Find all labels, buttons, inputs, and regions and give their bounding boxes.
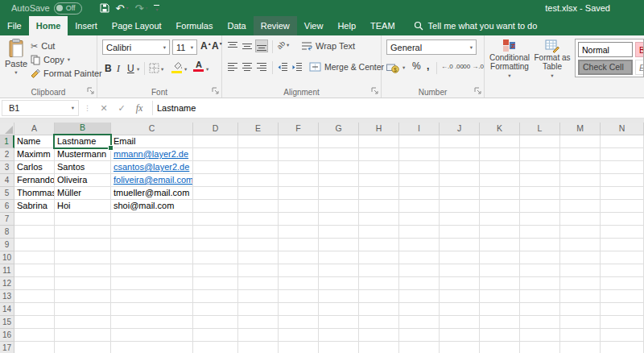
cell-N7[interactable] <box>601 213 644 226</box>
cancel-button[interactable]: ✕ <box>95 103 113 114</box>
cell-M9[interactable] <box>560 239 601 251</box>
cell-L17[interactable] <box>520 342 560 353</box>
cell-G16[interactable] <box>319 329 359 342</box>
cell-E7[interactable] <box>238 213 279 226</box>
cell-J11[interactable] <box>440 264 480 277</box>
cell-J1[interactable] <box>440 135 480 148</box>
cell-E3[interactable] <box>238 161 279 174</box>
column-header-K[interactable]: K <box>480 123 520 135</box>
cell-I17[interactable] <box>399 342 440 353</box>
cell-C10[interactable] <box>111 251 193 264</box>
paste-dropdown-icon[interactable]: ▾ <box>14 69 17 76</box>
cell-B2[interactable]: Mustermann <box>55 148 111 161</box>
cell-A12[interactable] <box>14 277 55 290</box>
comma-style-button[interactable]: , <box>427 60 429 72</box>
cell-E13[interactable] <box>238 290 279 303</box>
cell-L4[interactable] <box>520 174 560 187</box>
cell-B16[interactable] <box>55 329 111 342</box>
format-painter-button[interactable]: Format Painter <box>31 67 102 80</box>
column-header-M[interactable]: M <box>560 123 601 135</box>
cell-A15[interactable] <box>14 316 55 329</box>
cell-G17[interactable] <box>319 342 359 353</box>
cell-H4[interactable] <box>359 174 399 187</box>
cell-F4[interactable] <box>279 174 319 187</box>
save-button[interactable] <box>98 3 111 13</box>
column-header-C[interactable]: C <box>111 123 193 135</box>
cell-F1[interactable] <box>279 135 319 148</box>
redo-dropdown-icon[interactable]: ▾ <box>145 3 147 14</box>
cell-L16[interactable] <box>520 329 560 342</box>
conditional-formatting-button[interactable]: ≠ Conditional Formatting ▾ <box>488 39 531 80</box>
cell-J4[interactable] <box>440 174 480 187</box>
row-header-14[interactable]: 14 <box>0 303 14 316</box>
cell-N2[interactable] <box>601 148 644 161</box>
cell-J6[interactable] <box>440 200 480 213</box>
cell-L11[interactable] <box>520 264 560 277</box>
cell-K5[interactable] <box>480 187 520 200</box>
conditional-formatting-dropdown-icon[interactable]: ▾ <box>508 71 510 80</box>
cell-I16[interactable] <box>399 329 440 342</box>
number-format-combo[interactable]: General ▾ <box>386 39 477 55</box>
column-header-I[interactable]: I <box>399 123 440 135</box>
cell-D10[interactable] <box>193 251 238 264</box>
cell-K1[interactable] <box>480 135 520 148</box>
cell-K16[interactable] <box>480 329 520 342</box>
tab-formulas[interactable]: Formulas <box>169 16 221 35</box>
cell-B13[interactable] <box>55 290 111 303</box>
cell-K2[interactable] <box>480 148 520 161</box>
cell-F16[interactable] <box>279 329 319 342</box>
cell-D17[interactable] <box>193 342 238 353</box>
cell-H7[interactable] <box>359 213 399 226</box>
cell-B12[interactable] <box>55 277 111 290</box>
percent-style-button[interactable]: % <box>412 60 421 72</box>
cell-N14[interactable] <box>601 303 644 316</box>
cell-E5[interactable] <box>238 187 279 200</box>
cell-A7[interactable] <box>14 213 55 226</box>
cell-F7[interactable] <box>279 213 319 226</box>
cell-E16[interactable] <box>238 329 279 342</box>
number-dialog-launcher[interactable] <box>474 87 482 95</box>
cell-I10[interactable] <box>399 251 440 264</box>
cell-G7[interactable] <box>319 213 359 226</box>
cell-G14[interactable] <box>319 303 359 316</box>
grow-font-button[interactable]: A▲ <box>200 40 212 52</box>
cell-D12[interactable] <box>193 277 238 290</box>
cut-button[interactable]: ✂ Cut <box>31 39 55 52</box>
cell-E15[interactable] <box>238 316 279 329</box>
cell-K11[interactable] <box>480 264 520 277</box>
cell-B8[interactable] <box>55 226 111 239</box>
cell-I2[interactable] <box>399 148 440 161</box>
column-header-E[interactable]: E <box>238 123 279 135</box>
cell-F14[interactable] <box>279 303 319 316</box>
cell-F6[interactable] <box>279 200 319 213</box>
bottom-align-button[interactable] <box>255 39 268 52</box>
increase-decimal-button[interactable]: ←.0 .00 <box>441 63 464 70</box>
cell-D16[interactable] <box>193 329 238 342</box>
row-header-9[interactable]: 9 <box>0 239 14 251</box>
select-all-corner[interactable] <box>0 123 14 135</box>
cell-B7[interactable] <box>55 213 111 226</box>
tab-team[interactable]: TEAM <box>363 16 402 35</box>
cell-H14[interactable] <box>359 303 399 316</box>
cell-F11[interactable] <box>279 264 319 277</box>
font-size-dropdown-icon[interactable]: ▾ <box>188 44 196 51</box>
row-header-16[interactable]: 16 <box>0 329 14 342</box>
cell-B15[interactable] <box>55 316 111 329</box>
cell-K15[interactable] <box>480 316 520 329</box>
cell-D4[interactable] <box>193 174 238 187</box>
cell-K10[interactable] <box>480 251 520 264</box>
cell-N13[interactable] <box>601 290 644 303</box>
cell-L6[interactable] <box>520 200 560 213</box>
cell-J15[interactable] <box>440 316 480 329</box>
row-header-6[interactable]: 6 <box>0 200 14 213</box>
autosave-pill[interactable]: Off <box>54 2 82 15</box>
column-header-J[interactable]: J <box>440 123 480 135</box>
column-header-D[interactable]: D <box>193 123 238 135</box>
cell-N12[interactable] <box>601 277 644 290</box>
undo-dropdown-icon[interactable]: ▾ <box>126 3 128 14</box>
name-box-dropdown-icon[interactable]: ▾ <box>72 105 78 111</box>
align-left-button[interactable] <box>226 60 239 73</box>
cell-B17[interactable] <box>55 342 111 353</box>
italic-button[interactable]: I <box>117 62 120 75</box>
cell-L13[interactable] <box>520 290 560 303</box>
